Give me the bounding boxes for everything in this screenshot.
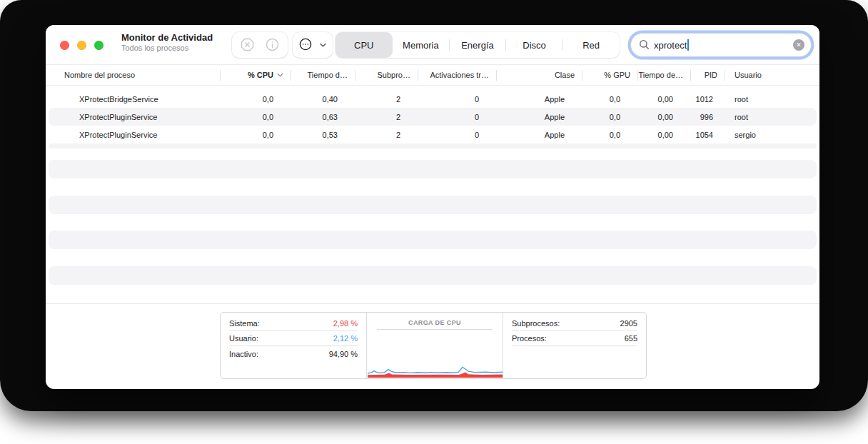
- column-header-nombre[interactable]: Nombre del proceso: [46, 65, 220, 85]
- category-tabs: CPU Memoria Energía Disco Red: [335, 32, 620, 58]
- kind-value: Apple: [496, 95, 582, 104]
- system-label: Sistema:: [229, 319, 260, 328]
- process-name: XProtectBridgeService: [46, 95, 220, 104]
- stop-process-icon: [240, 37, 255, 54]
- gpu-value: 0,0: [582, 113, 637, 121]
- user-value: root: [725, 95, 819, 104]
- title-block: Monitor de Actividad Todos los procesos: [121, 33, 213, 52]
- table-row[interactable]: XProtectBridgeService 0,0 0,40 2 0 Apple…: [46, 90, 819, 108]
- processes-label: Procesos:: [512, 334, 547, 343]
- threads-value: 2: [355, 113, 418, 121]
- text-caret: [687, 39, 689, 51]
- column-header-activaciones[interactable]: Activaciones tr…: [418, 65, 496, 85]
- wakeups-value: 0: [418, 113, 496, 121]
- user-value: sergio: [725, 131, 819, 139]
- table-row[interactable]: XProtectPluginService 0,0 0,63 2 0 Apple…: [46, 108, 819, 126]
- more-options-icon: [298, 37, 313, 53]
- user-value: 2,12 %: [333, 334, 358, 343]
- user-value: root: [725, 113, 819, 121]
- tab-disco[interactable]: Disco: [506, 32, 563, 58]
- tab-disco-label: Disco: [523, 40, 546, 51]
- threads-stat: Subprocesos: 2905: [512, 316, 637, 331]
- threads-label: Subprocesos:: [512, 319, 560, 328]
- tab-cpu-label: CPU: [354, 40, 373, 51]
- gpu-value: 0,0: [582, 131, 637, 139]
- threads-value: 2905: [620, 319, 637, 328]
- empty-row-stripe: [49, 231, 817, 249]
- column-header-gpu[interactable]: % GPU: [582, 65, 637, 85]
- cpu-time-value: 0,63: [291, 113, 355, 121]
- tab-red-label: Red: [582, 40, 600, 51]
- activity-monitor-window: Monitor de Actividad Todos los procesos: [46, 25, 819, 389]
- empty-row-stripe: [49, 196, 817, 214]
- clear-search-button[interactable]: ✕: [793, 39, 804, 51]
- column-header-tiempo-gpu[interactable]: Tiempo de…: [637, 65, 690, 85]
- sort-chevron-down-icon: [277, 73, 283, 77]
- user-label: Usuario:: [229, 334, 258, 343]
- column-header-subprocesos[interactable]: Subpro…: [355, 65, 418, 85]
- chevron-down-icon: [319, 41, 327, 49]
- gpu-value: 0,0: [582, 95, 637, 104]
- segment-divider: [449, 39, 450, 51]
- window-title: Monitor de Actividad: [121, 33, 213, 44]
- search-input[interactable]: xprotect ✕: [630, 33, 812, 57]
- processes-stat: Procesos: 655: [512, 331, 637, 346]
- window-controls: [60, 41, 104, 50]
- segment-divider: [562, 39, 563, 51]
- empty-row-stripe: [49, 266, 817, 285]
- cpu-percentages: Sistema: 2,98 % Usuario: 2,12 % Inactivo…: [221, 313, 367, 378]
- threads-value: 2: [355, 95, 418, 104]
- cpu-value: 0,0: [220, 131, 291, 139]
- system-stat: Sistema: 2,98 %: [229, 316, 358, 331]
- minimize-window-button[interactable]: [77, 41, 86, 50]
- search-icon: [639, 39, 650, 51]
- cpu-load-graph: [368, 333, 503, 378]
- idle-label: Inactivo:: [229, 350, 258, 358]
- cpu-time-value: 0,53: [291, 131, 355, 139]
- tab-memoria-label: Memoria: [403, 40, 439, 51]
- process-counts: Subprocesos: 2905 Procesos: 655: [503, 313, 646, 378]
- column-header-pid[interactable]: PID: [690, 65, 725, 85]
- footer-divider: [46, 303, 819, 304]
- table-row[interactable]: XProtectPluginService 0,0 0,53 2 0 Apple…: [46, 126, 819, 143]
- gpu-time-value: 0,00: [637, 95, 690, 104]
- tab-energia-label: Energía: [461, 40, 494, 51]
- gpu-time-value: 0,00: [637, 131, 690, 139]
- threads-value: 2: [355, 131, 418, 139]
- chart-title: CARGA DE CPU: [367, 313, 503, 326]
- inspect-process-button[interactable]: [263, 36, 281, 54]
- stop-process-button[interactable]: [238, 36, 257, 54]
- info-icon: [265, 37, 280, 54]
- kind-value: Apple: [496, 113, 582, 121]
- view-options-button[interactable]: [293, 32, 333, 58]
- user-stat: Usuario: 2,12 %: [229, 331, 358, 346]
- column-header-tiempo[interactable]: Tiempo d…: [291, 65, 355, 85]
- pid-value: 1012: [690, 95, 725, 104]
- empty-row-stripe: [49, 143, 817, 148]
- column-header-cpu[interactable]: % CPU: [220, 65, 291, 85]
- tab-red[interactable]: Red: [562, 32, 620, 58]
- idle-value: 94,90 %: [329, 350, 358, 358]
- system-value: 2,98 %: [333, 319, 358, 328]
- cpu-value: 0,0: [220, 113, 291, 121]
- gpu-time-value: 0,00: [637, 113, 690, 121]
- pid-value: 996: [690, 113, 725, 121]
- column-header-usuario[interactable]: Usuario: [725, 65, 819, 85]
- tab-cpu[interactable]: CPU: [335, 32, 393, 58]
- cpu-time-value: 0,40: [291, 95, 355, 104]
- close-window-button[interactable]: [60, 41, 69, 50]
- cpu-load-chart: CARGA DE CPU: [367, 313, 503, 378]
- pid-value: 1054: [690, 131, 725, 139]
- tab-memoria[interactable]: Memoria: [393, 32, 450, 58]
- process-name: XProtectPluginService: [46, 113, 220, 121]
- tab-energia[interactable]: Energía: [449, 32, 506, 58]
- zoom-window-button[interactable]: [94, 41, 104, 50]
- cpu-stats-panel: Sistema: 2,98 % Usuario: 2,12 % Inactivo…: [220, 312, 647, 379]
- window-subtitle: Todos los procesos: [121, 44, 213, 52]
- toolbar: Monitor de Actividad Todos los procesos: [46, 25, 819, 65]
- idle-stat: Inactivo: 94,90 %: [229, 346, 358, 361]
- column-header-clase[interactable]: Clase: [496, 65, 582, 85]
- empty-row-stripe: [49, 160, 817, 178]
- table-header: Nombre del proceso % CPU Tiempo d… Subpr…: [46, 65, 819, 86]
- segment-divider: [505, 39, 506, 51]
